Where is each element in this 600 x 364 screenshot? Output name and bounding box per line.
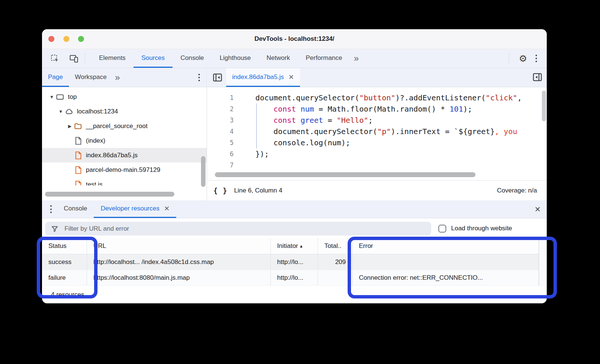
filter-input[interactable] <box>64 225 431 233</box>
cell-status: failure <box>42 270 87 285</box>
tab-console[interactable]: Console <box>172 49 212 68</box>
line-number-gutter: 1234567 <box>207 92 234 171</box>
navigator-sidebar: PageWorkspace » ▼top▼localhost:1234▶__pa… <box>42 68 207 200</box>
drawer-tab-developer-resources[interactable]: Developer resources✕ <box>94 200 176 218</box>
tree-item-label: localhost:1234 <box>77 108 118 115</box>
indent-guide <box>256 103 257 148</box>
line-number[interactable]: 7 <box>207 160 234 171</box>
more-panels-chevron-icon[interactable]: » <box>350 49 363 68</box>
line-number[interactable]: 2 <box>207 103 234 115</box>
close-tab-icon[interactable]: ✕ <box>288 74 294 81</box>
settings-gear-icon[interactable]: ⚙ <box>519 54 527 63</box>
panel-tabs: ElementsSourcesConsoleLighthouseNetworkP… <box>91 49 350 68</box>
code-line-1: document.querySelector("button")?.addEve… <box>255 92 547 103</box>
editor-tab-label: index.86da7ba5.js <box>232 73 284 81</box>
drawer-tab-label: Console <box>64 205 87 212</box>
tree-item-test-js[interactable]: test.js <box>42 177 207 185</box>
line-number[interactable]: 1 <box>207 92 234 103</box>
sort-ascending-icon: ▲ <box>299 244 303 248</box>
tab-performance[interactable]: Performance <box>298 49 350 68</box>
tab-lighthouse[interactable]: Lighthouse <box>212 49 259 68</box>
code-line-5: console.log(num); <box>255 137 547 148</box>
resource-row-failure[interactable]: failurehttps://localhost:8080/main.js.ma… <box>42 270 539 286</box>
maximize-window-button[interactable] <box>78 36 84 42</box>
editor-tab[interactable]: index.86da7ba5.js ✕ <box>226 68 300 87</box>
v-scrollbar[interactable] <box>201 156 206 187</box>
line-number[interactable]: 5 <box>207 137 234 148</box>
toolbar-right-controls: ⚙ <box>503 49 547 68</box>
code-line-6: }); <box>255 148 547 160</box>
cell-url: http://localhost... /index.4a508c1d.css.… <box>87 254 271 270</box>
column-label: Total.. <box>324 242 341 250</box>
inspect-element-icon[interactable] <box>50 54 59 63</box>
column-label: URL <box>93 242 106 250</box>
tree-item-label: (index) <box>86 137 105 145</box>
tree-item-localhost-1234[interactable]: ▼localhost:1234 <box>42 104 207 119</box>
code-line-4: document.querySelector("p").innerText = … <box>255 126 547 137</box>
code-line-3: const greet = "Hello"; <box>255 115 547 126</box>
h-scrollbar[interactable] <box>215 172 476 177</box>
tree-item-label: index.86da7ba5.js <box>86 152 138 159</box>
line-number[interactable]: 4 <box>207 126 234 137</box>
tree-item--index-[interactable]: (index) <box>42 133 207 148</box>
coverage-status: Coverage: n/a <box>497 187 547 194</box>
more-navigator-tabs-chevron-icon[interactable]: » <box>112 68 122 87</box>
device-toolbar-icon[interactable] <box>69 54 79 63</box>
column-header-initiator[interactable]: Initiator▲ <box>271 238 318 254</box>
tree-item-top[interactable]: ▼top <box>42 90 207 104</box>
file-gray-icon <box>74 136 82 145</box>
v-scrollbar[interactable] <box>539 238 544 286</box>
toolbar-divider <box>85 53 85 64</box>
column-label: Error <box>359 242 373 250</box>
navigator-tabs: PageWorkspace » <box>42 68 207 87</box>
drawer: ConsoleDeveloper resources✕ ✕ Load throu… <box>42 200 547 303</box>
expander-open-icon[interactable]: ▼ <box>57 109 64 114</box>
pretty-print-icon[interactable]: { } <box>213 186 227 195</box>
tree-item-label: top <box>68 93 77 101</box>
drawer-kebab-icon[interactable] <box>45 200 57 218</box>
cursor-position: Line 6, Column 4 <box>234 187 282 194</box>
close-drawer-icon[interactable]: ✕ <box>528 205 547 214</box>
h-scrollbar[interactable] <box>45 192 174 197</box>
cell-total <box>318 270 352 285</box>
tree-item-index-86da7ba5-js[interactable]: index.86da7ba5.js <box>42 148 207 163</box>
close-window-button[interactable] <box>48 36 54 42</box>
expander-open-icon[interactable]: ▼ <box>48 94 56 100</box>
drawer-tab-console[interactable]: Console <box>57 200 94 218</box>
show-debugger-sidebar-icon[interactable] <box>532 72 543 82</box>
navigator-tab-workspace[interactable]: Workspace <box>69 68 113 87</box>
customize-devtools-kebab-icon[interactable] <box>531 54 542 63</box>
cell-initiator: http://lo... <box>271 270 318 285</box>
load-through-website-control: Load through website <box>438 219 512 238</box>
expander-closed-icon[interactable]: ▶ <box>66 124 74 129</box>
minimize-window-button[interactable] <box>63 36 69 42</box>
sources-panel: PageWorkspace » ▼top▼localhost:1234▶__pa… <box>42 68 547 200</box>
file-orange-icon <box>74 151 82 160</box>
line-number[interactable]: 3 <box>207 115 234 126</box>
v-scrollbar[interactable] <box>542 91 546 121</box>
filter-field[interactable] <box>45 222 431 236</box>
tab-sources[interactable]: Sources <box>134 49 172 68</box>
tree-item-parcel-demo-main-597129[interactable]: parcel-demo-main.597129 <box>42 163 207 177</box>
file-orange-icon <box>74 180 82 186</box>
hide-navigator-icon[interactable] <box>212 72 223 83</box>
tab-network[interactable]: Network <box>259 49 298 68</box>
resources-table: StatusURLInitiator▲Total..Error successh… <box>42 238 547 286</box>
column-header-error[interactable]: Error <box>352 238 539 254</box>
cell-error <box>352 254 539 270</box>
close-tab-icon[interactable]: ✕ <box>164 205 170 212</box>
navigator-kebab-icon[interactable] <box>194 68 204 87</box>
code-editor[interactable]: 1234567 document.querySelector("button")… <box>207 88 547 180</box>
load-through-website-checkbox[interactable] <box>438 225 446 233</box>
column-header-status[interactable]: Status <box>42 238 87 254</box>
screenshot-canvas: { "window": { "title": "DevTools - local… <box>0 0 600 364</box>
column-header-total[interactable]: Total.. <box>318 238 352 254</box>
resource-row-success[interactable]: successhttp://localhost... /index.4a508c… <box>42 254 539 270</box>
line-number[interactable]: 6 <box>207 148 234 160</box>
navigator-tab-page[interactable]: Page <box>42 68 69 87</box>
column-header-url[interactable]: URL <box>87 238 271 254</box>
toolbar-divider <box>509 53 509 64</box>
tab-elements[interactable]: Elements <box>91 49 134 68</box>
file-orange-icon <box>74 166 82 175</box>
tree-item--parcel-source-root[interactable]: ▶__parcel_source_root <box>42 119 207 133</box>
